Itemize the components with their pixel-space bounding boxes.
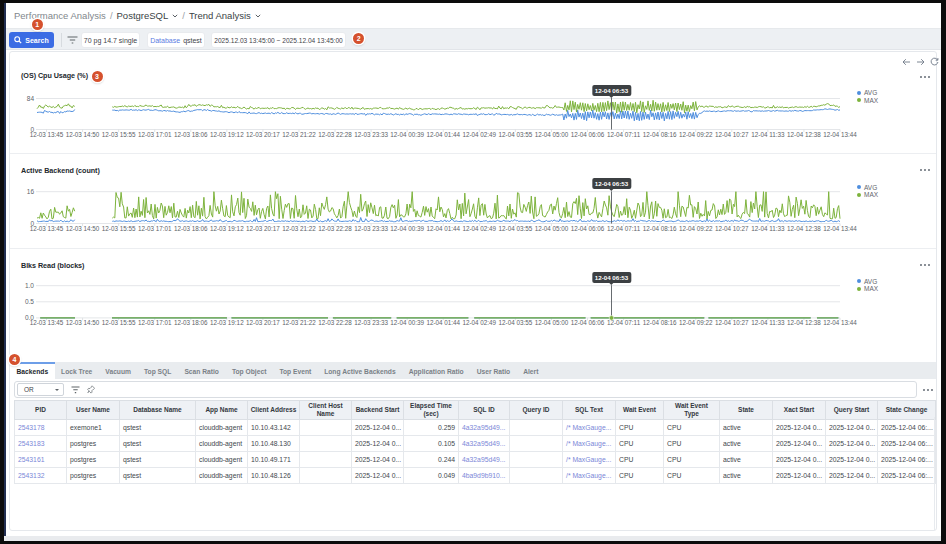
tab-top-event[interactable]: Top Event [273,362,318,379]
x-axis-label: 12-04 07:11 [607,225,641,232]
back-arrow-icon[interactable] [902,57,911,66]
breadcrumb-postgresql-dropdown[interactable]: PostgreSQL [117,10,179,21]
tab-backends[interactable]: Backends [10,362,55,379]
date-range-picker[interactable]: 2025.12.03 13:45:00 ~ 2025.12.04 13:45:0… [211,32,346,48]
tab-top-sql[interactable]: Top SQL [138,362,178,379]
col-header-client-host-name[interactable]: Client Host Name [300,401,352,420]
x-axis-label: 12-04 01:44 [426,225,460,232]
tab-application-ratio[interactable]: Application Ratio [402,362,470,379]
tab-long-active-backends[interactable]: Long Active Backends [318,362,402,379]
cell-elapsed_time: 0.105 [404,436,459,452]
cell-sql_id[interactable]: 4a32a95d49... [459,420,510,436]
tab-user-ratio[interactable]: User Ratio [470,362,516,379]
chart-title-active-backend: Active Backend (count) [21,166,100,175]
cell-sql_id[interactable]: 4a32a95d49... [459,452,510,468]
grid-filter-bar[interactable]: OR [14,381,917,398]
pin-icon[interactable] [87,385,95,394]
tab-scan-ratio[interactable]: Scan Ratio [178,362,226,379]
grid-more-menu[interactable] [920,386,936,394]
cell-sql_text[interactable]: /* MaxGauge... [563,436,616,452]
x-axis-label: 12-03 22:28 [318,131,352,138]
col-header-sql-text[interactable]: SQL Text [563,401,616,420]
filter-list-icon[interactable] [67,36,78,44]
col-header-wait-event-type[interactable]: Wait Event Type [664,401,720,420]
chart-more-menu-blks-read[interactable] [917,261,933,269]
col-header-xact-start[interactable]: Xact Start [773,401,826,420]
col-header-sql-id[interactable]: SQL ID [459,401,510,420]
cell-sql_id[interactable]: 4a32a95d49... [459,436,510,452]
col-header-elapsed-time-sec[interactable]: Elapsed Time (sec) [404,401,459,420]
cell-sql_text[interactable]: /* MaxGauge... [563,468,616,484]
col-header-wait-event[interactable]: Wait Event [616,401,664,420]
cell-sql_text[interactable]: /* MaxGauge... [563,420,616,436]
database-filter-chip[interactable]: Database qstest [147,32,205,48]
table-row: 2543183postgresqstestclouddb-agent10.10.… [15,436,936,452]
cell-sql_id[interactable]: 4ba9d9b910... [459,468,510,484]
breadcrumb-trend-analysis-dropdown[interactable]: Trend Analysis [189,10,261,21]
chart-legend-active-backend: AVGMAX [857,184,917,199]
chart-plot-active-backend[interactable]: 16012-03 13:4512-03 14:5012-03 15:5512-0… [4,185,941,237]
tab-top-object[interactable]: Top Object [225,362,272,379]
cell-user_name: exemone1 [67,420,120,436]
cell-sql_text[interactable]: /* MaxGauge... [563,452,616,468]
col-header-state[interactable]: State [720,401,773,420]
chart-more-menu-active-backend[interactable] [917,166,933,174]
caret-down-icon [55,389,59,393]
chart-tooltip-active-backend: 12-04 06:53 [592,178,631,189]
cell-pid[interactable]: 2543178 [15,420,67,436]
legend-item-avg[interactable]: AVG [857,89,917,97]
breadcrumb: Performance Analysis / PostgreSQL / Tren… [14,3,261,28]
chart-more-menu-cpu-usage[interactable] [917,73,933,81]
col-header-database-name[interactable]: Database Name [120,401,196,420]
cell-backend_start: 2025-12-04 0... [352,436,404,452]
search-button[interactable]: Search [9,32,54,48]
col-header-pid[interactable]: PID [15,401,67,420]
x-axis-label: 12-04 10:27 [715,131,749,138]
legend-dot-max [857,193,861,197]
col-header-query-start[interactable]: Query Start [826,401,878,420]
instance-selector[interactable]: 70 pg 14.7 single [81,32,140,48]
cell-user_name: postgres [67,468,120,484]
cell-pid[interactable]: 2543161 [15,452,67,468]
legend-item-avg[interactable]: AVG [857,278,917,286]
col-header-query-id[interactable]: Query ID [510,401,563,420]
tab-lock-tree[interactable]: Lock Tree [55,362,99,379]
col-header-state-change[interactable]: State Change [878,401,936,420]
col-header-app-name[interactable]: App Name [196,401,248,420]
cell-elapsed_time: 0.244 [404,452,459,468]
cell-client_host_name [300,468,352,484]
legend-item-max[interactable]: MAX [857,191,917,199]
filter-funnel-icon[interactable] [71,386,80,394]
x-axis-label: 12-04 11:33 [751,319,785,326]
cell-pid[interactable]: 2543132 [15,468,67,484]
y-axis-label: 1.0 [25,282,34,289]
x-axis-label: 12-04 03:55 [499,131,533,138]
x-axis-label: 12-04 12:38 [787,319,821,326]
refresh-icon[interactable] [930,57,939,66]
x-axis-label: 12-03 21:22 [282,319,316,326]
chart-plot-cpu-usage[interactable]: 84012-03 13:4512-03 14:5012-03 15:5512-0… [4,92,941,144]
cell-query_id [510,436,563,452]
forward-arrow-icon[interactable] [916,57,925,66]
cell-client_host_name [300,436,352,452]
legend-item-avg[interactable]: AVG [857,184,917,192]
col-header-user-name[interactable]: User Name [67,401,120,420]
x-axis-label: 12-03 15:55 [102,131,136,138]
col-header-client-address[interactable]: Client Address [248,401,300,420]
legend-item-max[interactable]: MAX [857,285,917,293]
y-axis-label: 16 [27,188,35,195]
detail-tabs: BackendsLock TreeVacuumTop SQLScan Ratio… [10,362,936,379]
x-axis-label: 12-03 14:50 [66,319,100,326]
tab-vacuum[interactable]: Vacuum [99,362,138,379]
cell-client_address: 10.10.48.126 [248,468,300,484]
legend-label: AVG [864,89,877,96]
cell-query_start: 2025-12-04 0... [826,452,878,468]
breadcrumb-performance-analysis[interactable]: Performance Analysis [14,10,106,21]
filter-operator-select[interactable]: OR [17,383,64,396]
legend-item-max[interactable]: MAX [857,97,917,105]
tab-alert[interactable]: Alert [517,362,545,379]
chart-plot-blks-read[interactable]: 1.00.50.012-03 13:4512-03 14:5012-03 15:… [4,279,941,331]
chart-tooltip-blks-read: 12-04 06:53 [592,272,631,283]
col-header-backend-start[interactable]: Backend Start [352,401,404,420]
cell-pid[interactable]: 2543183 [15,436,67,452]
